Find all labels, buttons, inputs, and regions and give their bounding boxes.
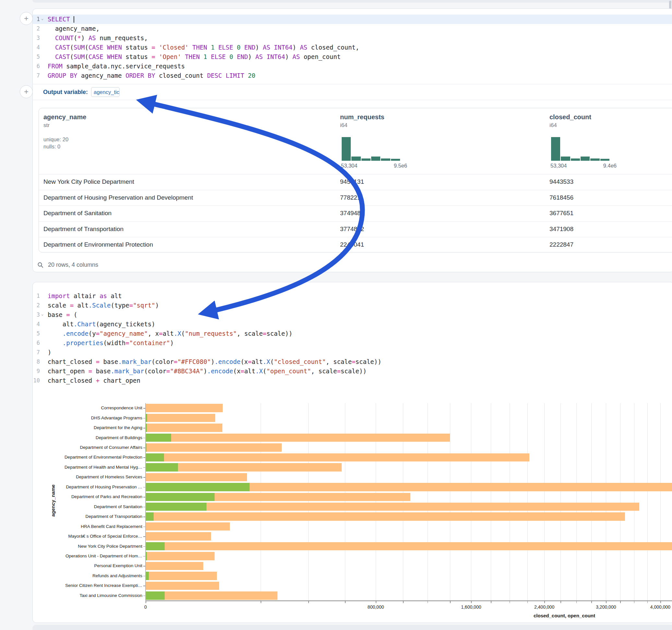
bar-closed-count: [146, 423, 222, 432]
y-axis-label: Operations Unit - Department of Hom…: [35, 554, 142, 559]
sql-code-editor[interactable]: 1⌄SELECT 2 agency_name,3 COUNT(*) AS num…: [33, 15, 672, 80]
code-line[interactable]: 5 CAST(SUM(CASE WHEN status = 'Open' THE…: [33, 52, 672, 62]
y-axis-tick: [143, 596, 145, 596]
x-axis-tick: [491, 601, 491, 603]
bar-open-count: [146, 493, 215, 501]
table-cell: 2240041: [340, 241, 364, 248]
column-name: agency_name: [44, 114, 86, 121]
text-cursor: [74, 16, 74, 23]
y-axis-tick: [143, 497, 145, 498]
code-line[interactable]: 2 agency_name,: [33, 24, 672, 33]
x-axis-tick: [146, 601, 146, 603]
table-cell: Department of Sanitation: [44, 210, 335, 217]
table-row[interactable]: Department of Housing Preservation and D…: [39, 190, 672, 206]
bar-closed-count: [146, 523, 230, 531]
table-row[interactable]: Department of Sanitation37494853677651: [39, 205, 672, 221]
y-axis-tick: [143, 447, 145, 448]
histogram-bar: [352, 156, 360, 161]
table-row[interactable]: Department of Transportation377489234719…: [39, 221, 672, 237]
fold-chevron-icon[interactable]: ⌄: [41, 14, 44, 23]
histogram-closed-count: [551, 137, 609, 161]
column-type: i64: [549, 122, 591, 129]
output-variable-input[interactable]: agency_tickets: [91, 87, 120, 97]
gridline: [527, 403, 528, 601]
y-axis-tick: [143, 477, 145, 478]
table-cell: 3471908: [549, 225, 573, 233]
y-axis-tick: [143, 576, 145, 577]
table-row[interactable]: Department of Environmental Protection22…: [39, 237, 672, 252]
y-axis-label: DHS Advantage Programs: [35, 415, 142, 421]
x-axis-line: [146, 601, 672, 601]
y-axis-label: New York City Police Department: [35, 544, 142, 549]
bar-open-count: [146, 572, 149, 580]
bar-open-count: [146, 453, 164, 462]
code-line[interactable]: 7GROUP BY agency_name ORDER BY closed_co…: [33, 71, 672, 80]
add-cell-button[interactable]: +: [20, 12, 33, 25]
y-axis-label: Taxi and Limousine Commission: [35, 593, 142, 598]
table-cell: 7618456: [549, 194, 573, 201]
histogram-bar: [551, 137, 560, 161]
y-axis-label: Department of Consumer Affairs: [35, 445, 142, 450]
output-variable-row: Output variable: agency_tickets: [33, 84, 672, 100]
x-axis-tick-label: 800,000: [356, 604, 395, 610]
y-axis-title: agency_name: [50, 471, 56, 530]
y-axis-label: Department of Homeless Services: [35, 475, 142, 480]
y-axis-tick: [143, 467, 145, 468]
table-cell: Department of Transportation: [44, 225, 335, 233]
column-header-num-requests[interactable]: num_requests i64: [340, 114, 384, 129]
x-axis-tick: [261, 601, 261, 603]
y-axis-tick: [143, 438, 145, 438]
add-cell-button[interactable]: +: [20, 85, 33, 98]
y-axis-tick: [143, 408, 145, 409]
x-axis-tick-label: 3,200,000: [586, 604, 625, 610]
y-axis-line: [145, 403, 146, 601]
code-line[interactable]: 1⌄SELECT: [33, 15, 672, 24]
column-header-closed-count[interactable]: closed_count i64: [549, 114, 591, 129]
y-axis-tick: [143, 586, 145, 586]
histogram-num-requests: [342, 137, 400, 161]
y-axis-label: Department of Health and Mental Hyg…: [35, 465, 142, 470]
search-icon[interactable]: [37, 262, 44, 268]
table-cell: Department of Housing Preservation and D…: [44, 194, 335, 201]
bar-closed-count: [146, 414, 215, 422]
x-axis-tick: [634, 601, 635, 603]
bar-closed-count: [146, 562, 203, 571]
line-number: 7: [33, 71, 40, 80]
x-axis-tick-label: 1,600,000: [452, 604, 490, 610]
bar-open-count: [146, 434, 171, 442]
line-number: 1: [33, 15, 40, 24]
histogram-range: 53,3049.5e6: [341, 163, 407, 169]
bar-open-count: [146, 591, 165, 600]
table-footer: 20 rows, 4 columns: [37, 262, 98, 268]
gridline: [345, 403, 345, 601]
code-line[interactable]: 4 CAST(SUM(CASE WHEN status = 'Closed' T…: [33, 43, 672, 52]
bar-open-count: [146, 483, 249, 491]
bar-closed-count: [146, 503, 639, 511]
gridline: [491, 403, 491, 601]
histogram-bar: [342, 137, 351, 161]
x-axis-tick: [660, 601, 661, 603]
histogram-bar: [391, 159, 400, 161]
y-axis-tick: [143, 566, 145, 566]
x-axis-tick: [606, 601, 606, 603]
y-axis-label: Department of Transportation: [35, 514, 142, 519]
chart-plot-area: [146, 403, 672, 601]
x-axis-tick: [620, 601, 621, 603]
table-row[interactable]: New York City Police Department945313194…: [39, 174, 672, 190]
bar-chart: agency_name closed_count, open_count Cor…: [33, 282, 672, 623]
bar-closed-count: [146, 552, 215, 560]
x-axis-tick: [345, 601, 345, 603]
code-text: CAST(SUM(CASE WHEN status = 'Open' THEN …: [48, 52, 341, 62]
histogram-range: 53,3049.4e6: [550, 163, 617, 169]
x-axis-tick: [428, 601, 428, 603]
x-axis-tick: [591, 601, 592, 603]
code-line[interactable]: 6FROM sample_data.nyc.service_requests: [33, 62, 672, 71]
table-cell: 9443533: [549, 178, 573, 185]
histogram-bar: [581, 156, 590, 161]
column-header-agency-name[interactable]: agency_name str unique: 20 nulls: 0: [44, 114, 86, 150]
code-line[interactable]: 3 COUNT(*) AS num_requests,: [33, 33, 672, 43]
y-axis-label: Senior Citizen Rent Increase Exempti…: [35, 583, 142, 588]
y-axis-tick: [143, 507, 145, 508]
scrollbar-thumb[interactable]: [669, 1, 671, 9]
bar-open-count: [146, 542, 165, 551]
